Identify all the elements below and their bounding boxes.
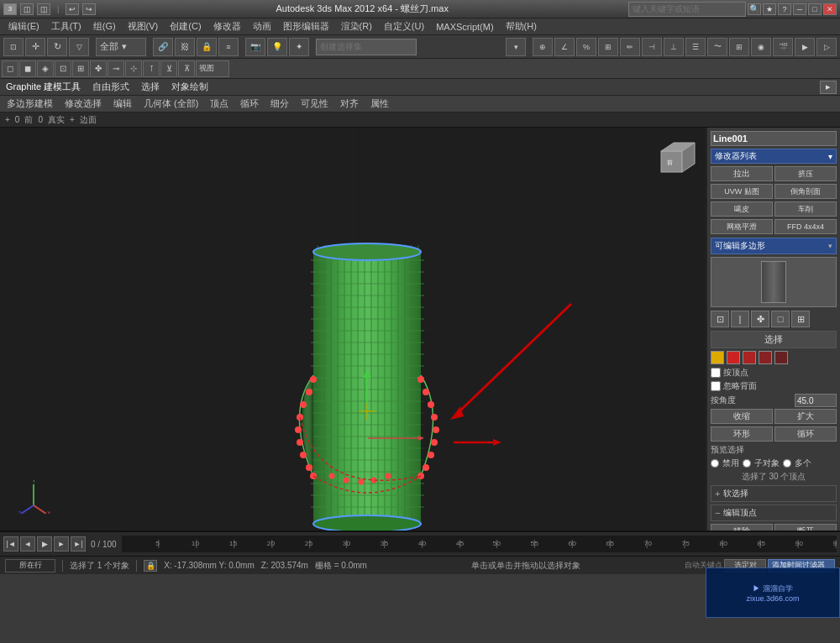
mod-icon2[interactable]: | [731, 311, 749, 327]
link-btn[interactable]: 🔗 [153, 38, 173, 56]
tb2-btn3[interactable]: ◈ [37, 60, 54, 77]
align-btn[interactable]: ⊥ [664, 38, 684, 56]
menu-help[interactable]: 帮助(H) [501, 18, 542, 34]
vp-edge-mode[interactable]: 边面 [80, 114, 97, 126]
poly-subdivide[interactable]: 细分 [267, 97, 292, 111]
move-btn[interactable]: ✛ [25, 38, 45, 56]
filter-btn[interactable]: ▾ [506, 38, 526, 56]
radio-disabled[interactable] [711, 459, 719, 468]
render-btn[interactable]: ▶ [795, 38, 815, 56]
system-icon1[interactable]: ◫ [20, 3, 34, 15]
menu-modifiers[interactable]: 修改器 [208, 18, 246, 34]
chamfer-btn[interactable]: 网格平滑 [711, 219, 773, 234]
angle-input[interactable] [795, 394, 837, 407]
undo-icon[interactable]: ↩ [66, 3, 79, 15]
vp-view-name[interactable]: 前 [24, 114, 33, 126]
color-border[interactable] [743, 351, 756, 364]
percent-snap-btn[interactable]: % [576, 38, 596, 56]
rotate-btn[interactable]: ↻ [47, 38, 67, 56]
spinner-snap-btn[interactable]: ⊞ [598, 38, 618, 56]
mod-icon3[interactable]: ✤ [751, 311, 769, 327]
skin-btn[interactable]: UVW 贴图 [711, 184, 773, 199]
poly-loop[interactable]: 循环 [237, 97, 262, 111]
menu-create[interactable]: 创建(C) [165, 18, 206, 34]
unlink-btn[interactable]: ⛓ [175, 38, 195, 56]
timeline-ticks[interactable]: 5 10 15 20 25 30 35 40 45 50 55 60 65 70… [122, 536, 837, 552]
ring-btn[interactable]: 环形 [711, 426, 773, 442]
menu-maxscript[interactable]: MAXScript(M) [431, 20, 498, 34]
menu-animation[interactable]: 动画 [248, 18, 276, 34]
radio-multi[interactable] [783, 459, 791, 468]
anim-start-btn[interactable]: |◄ [3, 536, 18, 552]
extrude-btn[interactable]: 拉出 [711, 166, 773, 181]
ffd-btn[interactable]: 倒角剖面 [774, 184, 837, 199]
mod-icon4[interactable]: □ [771, 311, 790, 327]
scale-btn[interactable]: ▽ [69, 38, 89, 56]
smooth-btn[interactable]: 挤压 [774, 166, 837, 181]
radio-sub[interactable] [743, 459, 751, 468]
layer-manager-btn[interactable]: ☰ [685, 38, 706, 56]
close-button[interactable]: ✕ [823, 3, 837, 15]
shrink-btn[interactable]: 收缩 [711, 409, 773, 424]
editable-poly-section[interactable]: 可编辑多边形 ▾ [711, 238, 837, 254]
graphite-freeform[interactable]: 自由形式 [90, 80, 132, 94]
coordinate-dropdown[interactable]: 视图 [196, 60, 229, 77]
anim-next-btn[interactable]: ► [54, 536, 69, 552]
poly-visible[interactable]: 可见性 [297, 97, 332, 111]
poly-geometry-all[interactable]: 几何体 (全部) [140, 97, 202, 111]
material-editor-btn[interactable]: ◉ [751, 38, 771, 56]
camera-btn[interactable]: 📷 [245, 38, 265, 56]
redo-icon[interactable]: ↪ [82, 3, 96, 15]
search-icon[interactable]: 🔍 [748, 3, 761, 15]
menu-edit[interactable]: 编辑(E) [3, 18, 45, 34]
ignore-back-checkbox[interactable] [711, 381, 721, 391]
minimize-button[interactable]: ─ [793, 3, 806, 15]
meshsmooth-btn[interactable]: FFD 4x4x4 [774, 219, 837, 234]
search-input[interactable] [628, 2, 746, 17]
by-vertex-checkbox[interactable] [711, 368, 721, 378]
menu-view[interactable]: 视图(V) [123, 18, 164, 34]
poly-align[interactable]: 对齐 [337, 97, 362, 111]
menu-graph-editor[interactable]: 图形编辑器 [278, 18, 334, 34]
anim-prev-btn[interactable]: ◄ [20, 536, 35, 552]
bind-btn[interactable]: 🔒 [197, 38, 217, 56]
all-dropdown[interactable]: 全部 ▾ [96, 38, 146, 56]
menu-group[interactable]: 组(G) [88, 18, 121, 34]
vp-render-mode[interactable]: 真实 [48, 114, 65, 126]
remove-btn[interactable]: 移除 [711, 524, 773, 531]
break-btn[interactable]: 断开 [774, 524, 837, 531]
poly-modeling[interactable]: 多边形建模 [3, 97, 56, 111]
mirror-btn[interactable]: ⊣ [642, 38, 662, 56]
anim-play-btn[interactable]: ▶ [37, 536, 52, 552]
poly-modify-sel[interactable]: 修改选择 [61, 97, 105, 111]
angle-snap-btn[interactable]: ∠ [554, 38, 575, 56]
poly-properties[interactable]: 属性 [367, 97, 392, 111]
anim-end-btn[interactable]: ►| [71, 536, 86, 552]
modifier-list-dropdown[interactable]: 修改器列表 ▾ [711, 149, 837, 164]
poly-edit[interactable]: 编辑 [110, 97, 135, 111]
poly-vertex[interactable]: 顶点 [207, 97, 232, 111]
select-btn[interactable]: ⊡ [3, 38, 24, 56]
loop-btn[interactable]: 循环 [774, 426, 837, 442]
color-poly[interactable] [759, 351, 772, 364]
navigation-cube[interactable]: 前 [648, 134, 699, 176]
layer-btn[interactable]: ≡ [218, 38, 239, 56]
curve-editor-btn[interactable]: 〜 [707, 38, 727, 56]
helper-btn[interactable]: ✦ [289, 38, 309, 56]
selection-set-input[interactable] [316, 39, 417, 55]
menu-customize[interactable]: 自定义(U) [379, 18, 429, 34]
modifier-name-input[interactable] [711, 131, 837, 146]
tb2-btn1[interactable]: ◻ [2, 60, 18, 77]
tb2-btn10[interactable]: ⊻ [160, 60, 177, 77]
color-element[interactable] [774, 351, 788, 364]
maximize-button[interactable]: □ [808, 3, 822, 15]
menu-tools[interactable]: 工具(T) [46, 18, 87, 34]
schematic-btn[interactable]: ⊞ [729, 38, 749, 56]
viewport[interactable]: 前 Y X Z [0, 128, 706, 531]
mod-icon1[interactable]: ⊡ [711, 311, 729, 327]
mod-icon5[interactable]: ⊞ [791, 311, 810, 327]
tb2-btn4[interactable]: ⊡ [55, 60, 71, 77]
color-vertex[interactable] [711, 351, 724, 364]
tb2-btn5[interactable]: ⊞ [72, 60, 89, 77]
edit-named-sel-btn[interactable]: ✏ [620, 38, 640, 56]
